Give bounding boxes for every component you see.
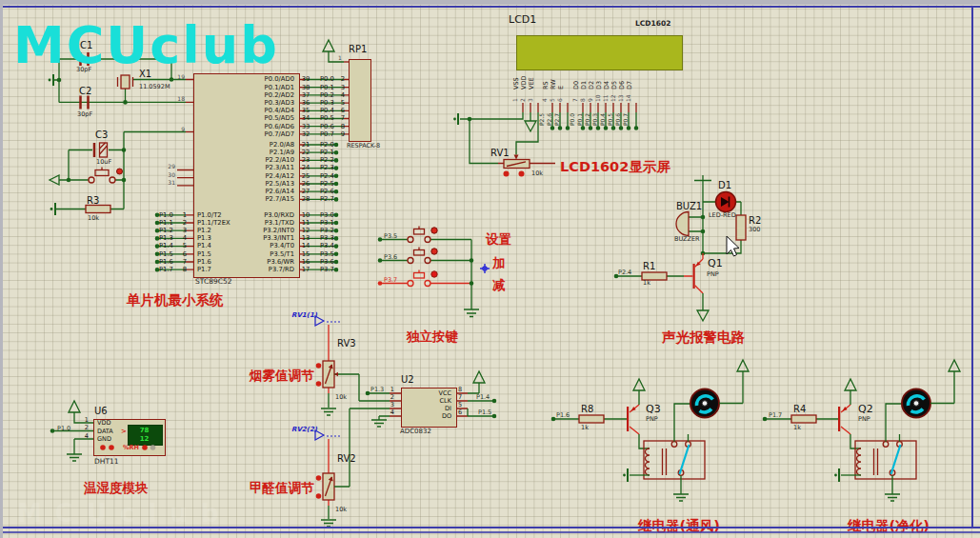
window-top-edge [0,0,980,5]
dht-indicator-dots [0,0,980,538]
window-left-edge [0,0,3,538]
dht-rh-label: %RH [123,444,139,451]
mcuclub-logo: MCUclub [13,15,279,75]
proteus-schematic-sheet: 19 18 9 29 30 31 XTAL1 XTAL2 RST PSEN AL… [0,0,980,538]
watermark: MCUclub [17,499,232,528]
